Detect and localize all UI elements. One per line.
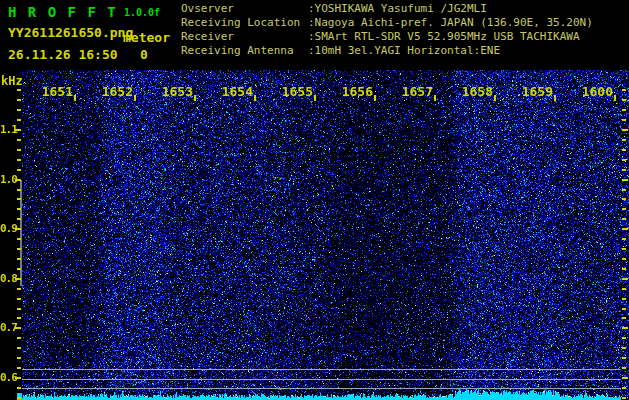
freq-tick-right [622, 159, 626, 161]
freq-tick-left [17, 367, 21, 369]
freq-tick-right [622, 129, 628, 131]
freq-tick-right [622, 347, 626, 349]
time-tick-label: 1653 [161, 84, 193, 99]
info-row-value: :Nagoya Aichi-pref. JAPAN (136.90E, 35.2… [308, 16, 593, 30]
freq-tick-right [622, 397, 626, 399]
info-row-value: :10mH 3el.YAGI Horizontal:ENE [308, 44, 500, 58]
freq-tick-left [17, 347, 21, 349]
info-row-value: :SMArt RTL-SDR V5 52.905MHz USB TACHIKAW… [308, 30, 580, 44]
time-tick-label: 1655 [281, 84, 313, 99]
time-tick-mark [494, 95, 496, 101]
freq-tick-left [17, 149, 21, 151]
freq-tick-right [622, 109, 626, 111]
hrofft-output-image: H R O F F T 1.0.0f YY2611261650.png 26.1… [0, 0, 629, 400]
time-tick-mark [374, 95, 376, 101]
time-tick-mark [134, 95, 136, 101]
freq-tick-right [622, 317, 626, 319]
freq-tick-left [17, 119, 21, 121]
time-tick-label: 1656 [341, 84, 373, 99]
app-version-label: 1.0.0f [124, 7, 160, 18]
freq-tick-right [622, 99, 626, 101]
freq-tick-right [622, 169, 626, 171]
info-row: Receiving Location:Nagoya Aichi-pref. JA… [181, 16, 593, 30]
time-tick-mark [314, 95, 316, 101]
time-tick-label: 1654 [221, 84, 253, 99]
freq-tick-right [622, 179, 628, 181]
freq-tick-left [17, 387, 21, 389]
freq-tick-right [622, 288, 626, 290]
freq-tick-left [17, 238, 21, 240]
meteor-echo-count: 0 [122, 47, 166, 62]
freq-tick-right [622, 278, 628, 280]
freq-tick-right [622, 208, 626, 210]
freq-tick-right [622, 258, 626, 260]
info-row: Receiving Antenna:10mH 3el.YAGI Horizont… [181, 44, 593, 58]
freq-tick-left [17, 218, 21, 220]
freq-tick-right [622, 308, 626, 310]
time-tick-label: 1651 [41, 84, 73, 99]
time-tick-label: 1658 [461, 84, 493, 99]
freq-tick-left [17, 248, 21, 250]
freq-tick-right [622, 337, 626, 339]
freq-tick-left [17, 139, 21, 141]
freq-tick-left [17, 169, 21, 171]
freq-tick-left [17, 308, 21, 310]
freq-tick-right [622, 357, 626, 359]
output-filename-label: YY2611261650.png [8, 25, 133, 40]
freq-tick-left [17, 337, 21, 339]
freq-tick-right [622, 228, 628, 230]
time-tick-mark [194, 95, 196, 101]
freq-tick-right [622, 149, 626, 151]
freq-tick-left [17, 268, 21, 270]
freq-tick-left [17, 357, 21, 359]
frequency-axis-unit-label: kHz [1, 74, 23, 88]
station-info-block: Ovserver:YOSHIKAWA Yasufumi /JG2MLIRecei… [181, 2, 593, 58]
freq-tick-right [622, 139, 626, 141]
time-tick-label: 1659 [521, 84, 553, 99]
freq-tick-left [17, 208, 21, 210]
freq-tick-label: 0.6 [0, 371, 15, 384]
freq-tick-right [622, 327, 628, 329]
freq-tick-right [622, 198, 626, 200]
freq-tick-left [17, 288, 21, 290]
freq-tick-right [622, 298, 626, 300]
info-row-value: :YOSHIKAWA Yasufumi /JG2MLI [308, 2, 487, 16]
freq-tick-right [622, 119, 626, 121]
freq-tick-right [622, 218, 626, 220]
freq-tick-left [17, 397, 21, 399]
freq-tick-left [17, 189, 21, 191]
info-row-label: Receiver [181, 30, 308, 44]
freq-tick-label: 0.9 [0, 222, 15, 235]
info-row-label: Receiving Antenna [181, 44, 308, 58]
freq-tick-left [17, 298, 21, 300]
freq-tick-left [17, 99, 21, 101]
time-tick-mark [554, 95, 556, 101]
time-tick-mark [614, 95, 616, 101]
freq-tick-label: 0.7 [0, 321, 15, 334]
spectrogram-canvas [22, 70, 629, 400]
freq-tick-left [17, 317, 21, 319]
freq-tick-label: 1.1 [0, 123, 15, 136]
freq-tick-label: 1.0 [0, 173, 15, 186]
freq-tick-left [17, 89, 21, 91]
time-tick-mark [74, 95, 76, 101]
time-tick-mark [434, 95, 436, 101]
info-row-label: Receiving Location [181, 16, 308, 30]
left-edge-marker-line [20, 180, 22, 286]
info-row-label: Ovserver [181, 2, 308, 16]
freq-tick-right [622, 238, 626, 240]
freq-tick-left [17, 109, 21, 111]
app-title: H R O F F T [8, 4, 117, 20]
mode-label: meteor [123, 30, 170, 45]
freq-tick-left [17, 198, 21, 200]
freq-tick-right [622, 367, 626, 369]
info-row: Ovserver:YOSHIKAWA Yasufumi /JG2MLI [181, 2, 593, 16]
freq-tick-right [622, 189, 626, 191]
info-row: Receiver:SMArt RTL-SDR V5 52.905MHz USB … [181, 30, 593, 44]
freq-tick-label: 0.8 [0, 272, 15, 285]
freq-tick-right [622, 387, 626, 389]
time-tick-label: 1652 [101, 84, 133, 99]
time-tick-label: 1600 [581, 84, 613, 99]
timestamp-label: 26.11.26 16:50 [8, 47, 118, 62]
time-tick-mark [254, 95, 256, 101]
